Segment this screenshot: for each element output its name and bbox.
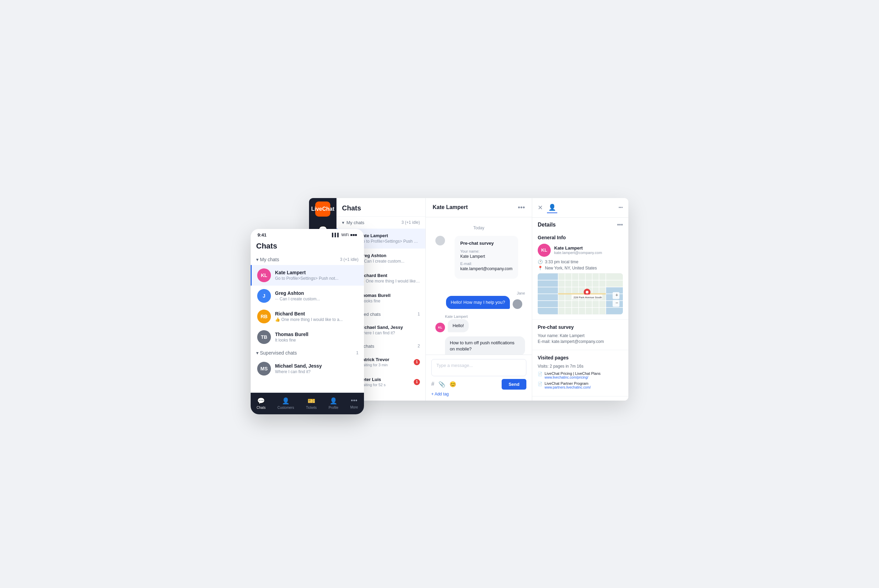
prechat-survey-message: Pre-chat survey Your name: Kate Lampert …: [433, 236, 525, 286]
my-chats-label: My chats: [346, 220, 364, 225]
location-row: 📍 New York, NY, United States: [538, 266, 623, 270]
badge-patrick: 1: [414, 359, 420, 365]
mobile-nav-profile[interactable]: 👤 Profile: [326, 396, 341, 411]
chat-name-peter: Peter Luis: [360, 377, 414, 382]
general-info-section: General Info KL Kate Lampert kate.lamper…: [532, 230, 628, 320]
mobile-chat-preview-michael: Where I can find it?: [275, 369, 358, 374]
mobile-supervised-count: 1: [356, 351, 358, 355]
mobile-supervised-header[interactable]: ▾ Supervised chats 1: [250, 347, 364, 358]
svg-rect-16: [558, 293, 606, 294]
chat-preview-michael: Where I can find it?: [360, 330, 420, 335]
page-icon-1: 📄: [538, 372, 543, 376]
mobile-chat-list: ▾ My chats 3 (+1 idle) KL Kate Lampert G…: [250, 254, 364, 393]
mobile-tickets-icon: 🎫: [308, 397, 315, 405]
scene: 9:41 ▌▌▌ WiFi ■■■ Chats ▾ My chats 3 (+1…: [250, 188, 628, 400]
message-row-2: KL Hello!: [433, 319, 525, 332]
mobile-chat-item-richard[interactable]: RB Richard Bent 👍 One more thing I would…: [250, 306, 364, 327]
prechat-survey-section: Pre-chat survey Your name: Kate Lampert …: [532, 320, 628, 350]
chat-preview-kate: Go to Profile>Settings> Push not...: [360, 239, 420, 244]
map-container: 228 Park Avenue South + −: [538, 273, 623, 314]
general-info-user: KL Kate Lampert kate.lampert@company.com: [538, 244, 623, 257]
customer-avatar-1: KL: [435, 322, 445, 332]
survey-title: Pre-chat survey: [460, 241, 512, 246]
mobile-chat-item-thomas[interactable]: TB Thomas Burell It looks fine: [250, 327, 364, 347]
clock-icon: 🕐: [538, 260, 543, 264]
mobile-bottom-nav: 💬 Chats 👤 Customers 🎫 Tickets 👤 Profile …: [250, 393, 364, 414]
chat-preview-richard: 👍 One more thing I would like to a...: [360, 279, 420, 284]
general-info-title: General Info: [538, 235, 623, 240]
page-url-2[interactable]: www.partners.livechatinc.com/: [544, 386, 591, 389]
general-info-name: Kate Lampert: [554, 245, 602, 250]
prechat-email-row: E-mail: kate.lampert@company.com: [538, 339, 623, 344]
visited-pages-section: Visited pages Visits: 2 pages in 7m 16s …: [532, 350, 628, 396]
chat-name-greg: Greg Ashton: [360, 253, 420, 258]
msg-sender-jane-1: Jane: [433, 291, 525, 295]
mobile-status-bar: 9:41 ▌▌▌ WiFi ■■■: [250, 229, 364, 240]
close-button[interactable]: ✕: [538, 204, 543, 212]
mobile-avatar-kate: KL: [257, 268, 271, 282]
survey-card: Pre-chat survey Your name: Kate Lampert …: [454, 236, 518, 279]
chat-options-button[interactable]: •••: [518, 204, 525, 212]
mobile-chat-name-thomas: Thomas Burell: [275, 332, 358, 337]
send-button[interactable]: Send: [502, 379, 526, 390]
attachment-icon[interactable]: 📎: [438, 381, 446, 387]
svg-text:−: −: [615, 300, 618, 305]
msg-bubble-2: Hello!: [448, 319, 469, 332]
mobile-nav-profile-label: Profile: [328, 406, 338, 410]
mobile-chat-name-kate: Kate Lampert: [275, 270, 358, 275]
mobile-nav-customers[interactable]: 👤 Customers: [274, 396, 297, 411]
date-divider: Today: [433, 225, 525, 230]
mobile-chat-name-michael: Michael Sand, Jessy: [275, 363, 358, 369]
hashtag-icon[interactable]: #: [431, 381, 434, 387]
msg-sender-kate-1: Kate Lampert: [445, 314, 525, 318]
mobile-nav-chats[interactable]: 💬 Chats: [254, 396, 268, 411]
message-input[interactable]: Type a message...: [431, 359, 526, 376]
chats-panel-title: Chats: [336, 198, 425, 217]
chat-main: Kate Lampert ••• Today Pre-chat survey Y…: [426, 198, 532, 400]
page-item-2: 📄 LiveChat Partner Program www.partners.…: [538, 381, 623, 389]
mobile-chat-item-michael[interactable]: MS Michael Sand, Jessy Where I can find …: [250, 358, 364, 379]
mobile-supervised-label: Supervised chats: [260, 350, 297, 356]
details-more-icon[interactable]: •••: [617, 222, 623, 228]
mobile-avatar-greg: J: [257, 289, 271, 303]
survey-name-value: Kate Lampert: [460, 254, 512, 259]
mobile-my-chats-label: My chats: [260, 257, 279, 262]
mobile-my-chats-header[interactable]: ▾ My chats 3 (+1 idle): [250, 254, 364, 265]
mobile-avatar-thomas: TB: [257, 330, 271, 344]
mobile-chat-name-greg: Greg Ashton: [275, 290, 358, 296]
my-chats-header[interactable]: ▾ My chats 3 (+1 idle): [336, 217, 425, 229]
mobile-nav-more[interactable]: ••• More: [348, 396, 361, 411]
mobile-avatar-michael: MS: [257, 362, 271, 375]
mobile-time: 9:41: [258, 232, 267, 237]
mobile-chat-preview-richard: 👍 One more thing I would like to a...: [275, 317, 358, 322]
page-item-1: 📄 LiveChat Pricing | LiveChat Plans www.…: [538, 371, 623, 379]
prechat-name-row: Your name: Kate Lampert: [538, 333, 623, 338]
svg-point-19: [586, 291, 588, 294]
mobile-chat-item-greg[interactable]: J Greg Ashton ··· Can I create custom...: [250, 286, 364, 306]
mobile-chat-preview-kate: Go to Profile>Settings> Push not...: [275, 276, 358, 281]
svg-text:228 Park Avenue South: 228 Park Avenue South: [573, 296, 602, 298]
page-url-1[interactable]: www.livechatinc.com/pricing/: [544, 375, 600, 379]
mobile-nav-tickets[interactable]: 🎫 Tickets: [303, 396, 320, 411]
mobile-chat-preview-greg: ··· Can I create custom...: [275, 297, 358, 302]
chat-name-patrick: Patrick Trevor: [360, 357, 414, 362]
mobile-nav-customers-label: Customers: [278, 406, 294, 410]
add-tag-link[interactable]: + Add tag: [431, 392, 526, 396]
survey-name-label: Your name:: [460, 249, 512, 254]
message-group-2: Kate Lampert KL Hello! How to turn off p…: [433, 314, 525, 355]
details-options[interactable]: •••: [618, 205, 623, 210]
mobile-chats-title: Chats: [250, 240, 364, 254]
mobile-app: 9:41 ▌▌▌ WiFi ■■■ Chats ▾ My chats 3 (+1…: [250, 229, 364, 414]
mobile-chat-item-kate[interactable]: KL Kate Lampert Go to Profile>Settings> …: [250, 265, 364, 286]
chat-preview-thomas: It looks fine: [360, 298, 420, 303]
user-tab-icon[interactable]: 👤: [547, 202, 557, 213]
message-placeholder: Type a message...: [436, 363, 473, 368]
prechat-email-value: kate.lampert@company.com: [552, 339, 604, 344]
chat-preview-patrick: Waiting for 3 min: [360, 363, 414, 367]
prechat-avatar: [435, 236, 445, 245]
survey-email-value: kate.lampert@company.com: [460, 266, 512, 271]
emoji-icon[interactable]: 😊: [450, 381, 456, 387]
visits-info: Visits: 2 pages in 7m 16s: [538, 364, 623, 369]
chat-contact-name: Kate Lampert: [433, 204, 468, 210]
my-chats-chevron: ▾: [342, 220, 344, 225]
